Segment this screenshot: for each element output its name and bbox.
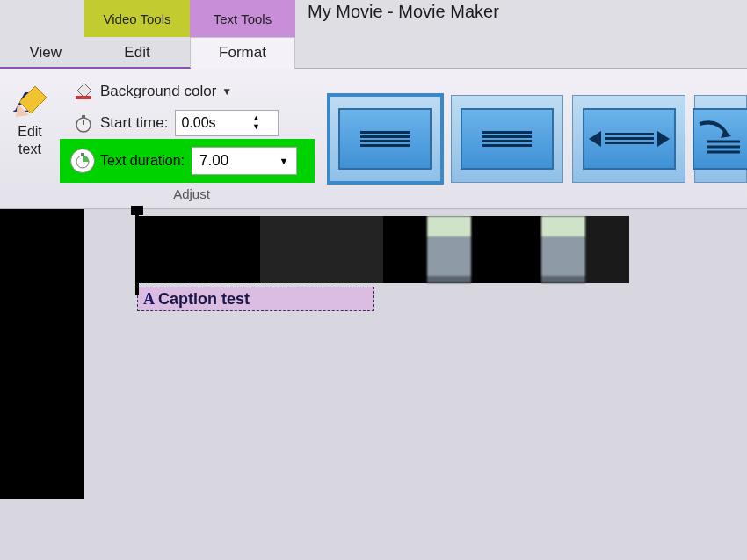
clip-segment[interactable] xyxy=(471,216,541,283)
svg-rect-8 xyxy=(81,153,84,156)
effect-preset-1[interactable] xyxy=(329,95,442,183)
text-duration-input[interactable] xyxy=(192,152,275,170)
start-time-label: Start time: xyxy=(100,114,168,132)
edit-text-label-1: Edit xyxy=(18,124,42,139)
app-title: My Movie - Movie Maker xyxy=(295,0,747,37)
tab-format[interactable]: Format xyxy=(190,37,295,68)
chevron-down-icon: ▼ xyxy=(221,85,232,98)
text-lines-icon xyxy=(360,129,410,149)
chevron-down-icon[interactable]: ▼ xyxy=(275,156,293,166)
start-time-input[interactable] xyxy=(176,115,248,131)
background-color-button[interactable]: Background color ▼ xyxy=(60,76,323,107)
playhead[interactable] xyxy=(135,211,139,295)
adjust-group-label: Adjust xyxy=(60,186,323,201)
expand-horizontal-icon xyxy=(589,131,670,147)
edit-text-button[interactable]: A Edit text xyxy=(0,69,60,208)
edit-text-label-2: text xyxy=(18,142,41,156)
effect-preset-2[interactable] xyxy=(451,95,564,183)
swoop-arrow-icon xyxy=(694,117,747,161)
tab-edit[interactable]: Edit xyxy=(84,37,190,68)
text-duration-combo[interactable]: ▼ xyxy=(192,147,297,175)
tab-view[interactable]: View xyxy=(0,37,84,68)
clip-segment[interactable] xyxy=(260,216,383,283)
svg-rect-3 xyxy=(76,96,91,99)
svg-rect-5 xyxy=(82,115,85,118)
text-duration-label: Text duration: xyxy=(100,153,185,169)
clip-segment[interactable] xyxy=(383,216,427,283)
clip-segment[interactable] xyxy=(585,216,629,283)
video-timeline[interactable] xyxy=(137,216,629,283)
caption-track-item[interactable]: A Caption test xyxy=(137,287,374,311)
effect-preset-4[interactable] xyxy=(694,95,747,183)
text-lines-icon xyxy=(482,129,532,149)
preview-panel xyxy=(0,209,84,499)
context-tab-text-tools[interactable]: Text Tools xyxy=(190,0,295,37)
background-color-label: Background color xyxy=(100,83,216,100)
clip-segment[interactable] xyxy=(137,216,260,283)
spin-down-icon[interactable]: ▼ xyxy=(252,123,260,132)
text-duration-highlight: Text duration: ▼ xyxy=(60,139,315,183)
caption-a-icon: A xyxy=(143,290,155,309)
caption-text: Caption test xyxy=(158,290,250,309)
clip-thumbnail[interactable] xyxy=(427,216,471,283)
edit-text-icon: A xyxy=(11,81,49,120)
effects-gallery[interactable] xyxy=(323,69,747,208)
effect-preset-3[interactable] xyxy=(572,95,685,183)
paint-bucket-icon xyxy=(72,80,95,103)
stopwatch-icon xyxy=(72,112,95,135)
context-tab-video-tools[interactable]: Video Tools xyxy=(84,0,190,37)
start-time-spinner[interactable]: ▲▼ xyxy=(175,110,279,136)
stopwatch-green-icon xyxy=(70,149,95,173)
clip-thumbnail[interactable] xyxy=(541,216,585,283)
